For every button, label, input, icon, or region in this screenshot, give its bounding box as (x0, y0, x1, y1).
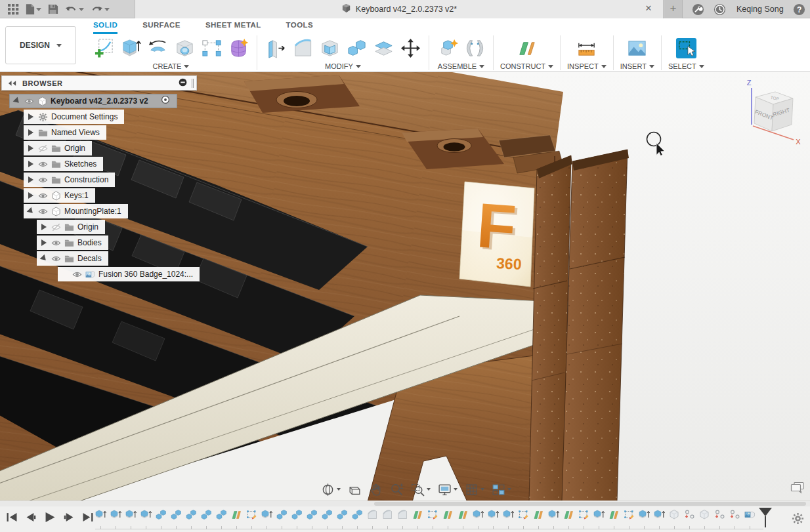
undo-button[interactable] (64, 3, 85, 16)
browser-item-decals[interactable]: Decals (1, 251, 198, 266)
measure-button[interactable] (575, 36, 599, 60)
group-label-select[interactable]: SELECT (668, 62, 704, 70)
timeline-scrollbar-thumb[interactable] (374, 502, 806, 506)
shell-button[interactable] (318, 36, 341, 60)
timeline-feature-extrude[interactable] (593, 509, 605, 520)
nav-zoom-button[interactable] (389, 481, 405, 498)
create-form-button[interactable] (226, 36, 250, 60)
timeline-feature-fillet[interactable] (382, 509, 393, 520)
playback-skip-start-button[interactable] (5, 512, 18, 525)
app-grid-button[interactable] (7, 3, 20, 16)
select-button[interactable] (674, 36, 698, 60)
insert-image-button[interactable] (626, 36, 649, 60)
expand-arrow-icon[interactable] (27, 129, 35, 136)
visibility-eye-icon[interactable] (38, 175, 48, 185)
timeline-feature-combine[interactable] (201, 509, 212, 520)
visibility-eye-icon[interactable] (38, 159, 48, 169)
visibility-eye-icon[interactable] (51, 238, 61, 248)
extrude-button[interactable] (119, 36, 142, 60)
save-button[interactable] (47, 3, 60, 16)
nav-fit-button[interactable] (410, 481, 432, 498)
nav-grid-snaps-button[interactable] (463, 481, 486, 498)
browser-collapse-icon[interactable] (7, 77, 17, 89)
visibility-eye-icon[interactable] (38, 207, 48, 216)
timeline-feature-fillet[interactable] (367, 509, 378, 520)
new-component-button[interactable] (436, 36, 459, 60)
browser-item-mountingplate-1[interactable]: MountingPlate:1 (1, 203, 198, 219)
tab-solid[interactable]: SOLID (93, 21, 117, 34)
timeline-feature-combine[interactable] (322, 509, 333, 520)
playback-step-forward-button[interactable] (62, 512, 75, 525)
design-menu-button[interactable]: DESIGN (5, 26, 76, 64)
group-label-construct[interactable]: CONSTRUCT (500, 62, 553, 70)
new-tab-button[interactable]: + (664, 0, 683, 18)
nav-viewports-button[interactable] (490, 481, 513, 498)
timeline-feature-sketch[interactable] (578, 509, 589, 520)
tab-tools[interactable]: TOOLS (286, 21, 313, 34)
visibility-eye-icon[interactable] (24, 96, 34, 106)
timeline-feature-plane[interactable] (458, 509, 469, 520)
group-label-modify[interactable]: MODIFY (325, 62, 361, 70)
timeline-feature-combine[interactable] (216, 509, 227, 520)
browser-item-named-views[interactable]: Named Views (1, 125, 198, 140)
browser-item-keys-1[interactable]: Keys:1 (1, 188, 198, 203)
create-sketch-button[interactable] (92, 36, 116, 60)
comment-button[interactable] (790, 481, 805, 497)
visibility-eye-icon[interactable] (72, 270, 82, 279)
timeline-feature-sketch[interactable] (624, 509, 635, 520)
expand-arrow-icon[interactable] (27, 176, 35, 184)
tab-close-button[interactable]: ✕ (643, 3, 654, 14)
tab-surface[interactable]: SURFACE (142, 21, 181, 34)
timeline-feature-plane[interactable] (442, 509, 454, 520)
timeline-feature-component[interactable] (699, 509, 710, 520)
revolve-button[interactable] (146, 36, 169, 60)
timeline-feature-combine[interactable] (291, 509, 303, 520)
visibility-eye-icon[interactable] (38, 191, 48, 201)
expand-arrow-icon[interactable] (40, 255, 48, 262)
expand-arrow-icon[interactable] (40, 223, 48, 231)
timeline-feature-extrude[interactable] (95, 509, 106, 520)
timeline-feature-extrude[interactable] (473, 509, 484, 520)
nav-orbit-button[interactable] (320, 481, 342, 498)
timeline-feature-sketch[interactable] (246, 509, 257, 520)
browser-item-sketches[interactable]: Sketches (1, 156, 198, 172)
rectangular-pattern-button[interactable] (200, 36, 223, 60)
timeline-feature-joint[interactable] (729, 509, 740, 520)
expand-arrow-icon[interactable] (27, 113, 35, 121)
tab-sheet-metal[interactable]: SHEET METAL (205, 21, 261, 34)
timeline-feature-extrude[interactable] (503, 509, 514, 520)
timeline-feature-combine[interactable] (276, 509, 288, 520)
timeline-feature-sketch[interactable] (518, 509, 529, 520)
fillet-button[interactable] (291, 36, 314, 60)
offset-face-button[interactable] (372, 36, 395, 60)
nav-pan-button[interactable] (368, 481, 384, 498)
document-tab[interactable]: Keyboard v42_2.0.2373 v2* ✕ (135, 0, 664, 18)
move-copy-button[interactable] (398, 36, 422, 60)
timeline-feature-plane[interactable] (533, 509, 544, 520)
user-name[interactable]: Keqing Song (736, 5, 784, 14)
timeline-feature-fillet[interactable] (397, 509, 408, 520)
playback-play-button[interactable] (43, 512, 56, 525)
expand-arrow-icon[interactable] (13, 97, 21, 105)
browser-item-construction[interactable]: Construction (1, 172, 198, 188)
redo-button[interactable] (89, 3, 111, 16)
timeline-feature-combine[interactable] (186, 509, 197, 520)
timeline-feature-extrude[interactable] (110, 509, 121, 520)
browser-item-origin[interactable]: Origin (1, 219, 198, 235)
help-button[interactable]: ? (793, 3, 805, 16)
timeline-feature-combine[interactable] (352, 509, 363, 520)
expand-arrow-icon[interactable] (27, 144, 35, 152)
browser-item-keyboard-v42-2-0-2373-v2[interactable]: Keyboard v42_2.0.2373 v2 (1, 93, 198, 109)
timeline-position-marker[interactable] (758, 507, 773, 532)
browser-resize-grip[interactable] (192, 79, 194, 88)
timeline-feature-combine[interactable] (156, 509, 167, 520)
timeline-feature-joint[interactable] (714, 509, 725, 520)
combine-button[interactable] (345, 36, 368, 60)
construct-plane-button[interactable] (515, 36, 539, 60)
browser-item-origin[interactable]: Origin (1, 140, 198, 156)
timeline-feature-extrude[interactable] (488, 509, 499, 520)
timeline-feature-pl-ane[interactable] (412, 509, 423, 520)
timeline-feature-extrude[interactable] (140, 509, 152, 520)
group-label-assemble[interactable]: ASSEMBLE (438, 62, 484, 70)
hole-button[interactable] (173, 36, 196, 60)
